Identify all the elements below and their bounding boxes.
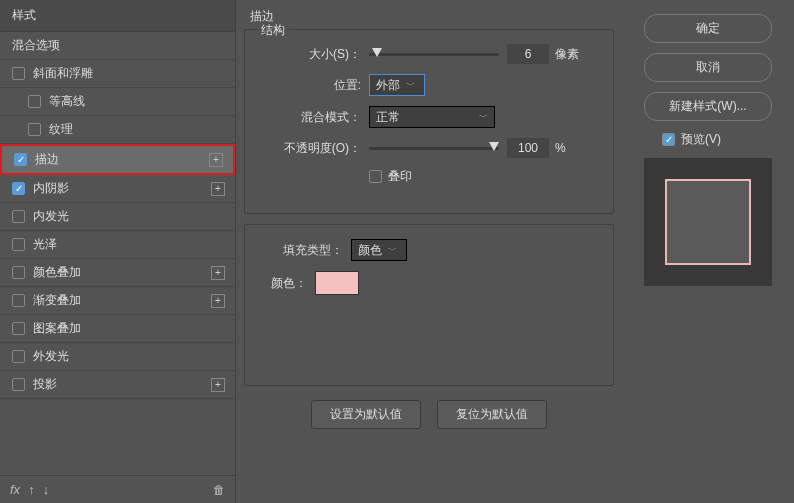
position-label: 位置: — [263, 77, 361, 94]
chevron-down-icon: ﹀ — [479, 111, 488, 124]
style-row[interactable]: 颜色叠加 — [0, 259, 235, 287]
opacity-label: 不透明度(O)： — [263, 140, 361, 157]
style-checkbox[interactable] — [12, 322, 25, 335]
style-checkbox[interactable] — [12, 350, 25, 363]
style-row[interactable]: 纹理 — [0, 116, 235, 144]
size-input[interactable] — [507, 44, 549, 64]
style-label: 光泽 — [33, 236, 225, 253]
style-checkbox[interactable] — [12, 378, 25, 391]
add-layer-icon[interactable] — [211, 294, 225, 308]
style-row[interactable]: 外发光 — [0, 343, 235, 371]
preview-swatch — [665, 179, 751, 265]
overprint-label: 叠印 — [388, 168, 412, 185]
ok-button[interactable]: 确定 — [644, 14, 772, 43]
opacity-input[interactable] — [507, 138, 549, 158]
action-panel: 确定 取消 新建样式(W)... 预览(V) — [630, 0, 794, 503]
add-layer-icon[interactable] — [209, 153, 223, 167]
style-row[interactable]: 内发光 — [0, 203, 235, 231]
style-label: 描边 — [35, 151, 209, 168]
style-checkbox[interactable] — [12, 266, 25, 279]
make-default-button[interactable]: 设置为默认值 — [311, 400, 421, 429]
filltype-select[interactable]: 颜色 ﹀ — [351, 239, 407, 261]
position-select[interactable]: 外部 ﹀ — [369, 74, 425, 96]
style-row[interactable]: 光泽 — [0, 231, 235, 259]
style-row[interactable]: 等高线 — [0, 88, 235, 116]
size-unit: 像素 — [555, 46, 579, 63]
style-label: 外发光 — [33, 348, 225, 365]
color-swatch[interactable] — [315, 271, 359, 295]
styles-sidebar: 样式 混合选项 斜面和浮雕等高线纹理描边内阴影内发光光泽颜色叠加渐变叠加图案叠加… — [0, 0, 236, 503]
new-style-button[interactable]: 新建样式(W)... — [644, 92, 772, 121]
settings-panel: 描边 结构 大小(S)： 像素 位置: 外部 ﹀ 混合模式： 正常 — [236, 0, 630, 503]
add-layer-icon[interactable] — [211, 378, 225, 392]
chevron-down-icon: ﹀ — [406, 79, 415, 92]
slider-thumb-icon[interactable] — [489, 142, 499, 151]
sidebar-footer: fx ↑ ↓ 🗑 — [0, 475, 235, 503]
blend-mode-value: 正常 — [376, 109, 400, 126]
filltype-label: 填充类型： — [263, 242, 343, 259]
reset-default-button[interactable]: 复位为默认值 — [437, 400, 547, 429]
fill-group: 填充类型： 颜色 ﹀ 颜色： — [244, 224, 614, 386]
add-layer-icon[interactable] — [211, 182, 225, 196]
opacity-unit: % — [555, 141, 566, 155]
style-row[interactable]: 渐变叠加 — [0, 287, 235, 315]
style-checkbox[interactable] — [28, 123, 41, 136]
style-checkbox[interactable] — [12, 210, 25, 223]
style-label: 内阴影 — [33, 180, 211, 197]
style-label: 内发光 — [33, 208, 225, 225]
style-label: 斜面和浮雕 — [33, 65, 225, 82]
style-row[interactable]: 斜面和浮雕 — [0, 60, 235, 88]
slider-thumb-icon[interactable] — [372, 48, 382, 57]
style-label: 图案叠加 — [33, 320, 225, 337]
style-checkbox[interactable] — [14, 153, 27, 166]
preview-checkbox[interactable] — [662, 133, 675, 146]
style-row[interactable]: 内阴影 — [0, 175, 235, 203]
style-checkbox[interactable] — [12, 294, 25, 307]
preview-label: 预览(V) — [681, 131, 721, 148]
style-label: 纹理 — [49, 121, 225, 138]
panel-title: 描边 — [244, 8, 614, 25]
trash-icon[interactable]: 🗑 — [213, 483, 225, 497]
size-label: 大小(S)： — [263, 46, 361, 63]
style-label: 颜色叠加 — [33, 264, 211, 281]
style-checkbox[interactable] — [12, 182, 25, 195]
style-checkbox[interactable] — [28, 95, 41, 108]
style-row[interactable]: 图案叠加 — [0, 315, 235, 343]
color-label: 颜色： — [263, 275, 307, 292]
style-checkbox[interactable] — [12, 238, 25, 251]
blend-mode-label: 混合模式： — [263, 109, 361, 126]
style-row[interactable]: 描边 — [0, 144, 235, 175]
preview-box — [644, 158, 772, 286]
opacity-slider[interactable] — [369, 147, 499, 150]
blend-mode-select[interactable]: 正常 ﹀ — [369, 106, 495, 128]
overprint-checkbox[interactable] — [369, 170, 382, 183]
chevron-down-icon: ﹀ — [388, 244, 397, 257]
style-label: 投影 — [33, 376, 211, 393]
fx-icon[interactable]: fx — [10, 482, 20, 497]
position-value: 外部 — [376, 77, 400, 94]
style-checkbox[interactable] — [12, 67, 25, 80]
style-label: 等高线 — [49, 93, 225, 110]
cancel-button[interactable]: 取消 — [644, 53, 772, 82]
arrow-up-icon[interactable]: ↑ — [28, 482, 35, 497]
filltype-value: 颜色 — [358, 242, 382, 259]
size-slider[interactable] — [369, 53, 499, 56]
structure-group: 结构 大小(S)： 像素 位置: 外部 ﹀ 混合模式： 正常 ﹀ — [244, 29, 614, 214]
blending-options-label: 混合选项 — [12, 37, 225, 54]
styles-header: 样式 — [0, 0, 235, 32]
structure-legend: 结构 — [257, 22, 289, 39]
style-label: 渐变叠加 — [33, 292, 211, 309]
style-row[interactable]: 投影 — [0, 371, 235, 399]
blending-options-row[interactable]: 混合选项 — [0, 32, 235, 60]
add-layer-icon[interactable] — [211, 266, 225, 280]
arrow-down-icon[interactable]: ↓ — [43, 482, 50, 497]
